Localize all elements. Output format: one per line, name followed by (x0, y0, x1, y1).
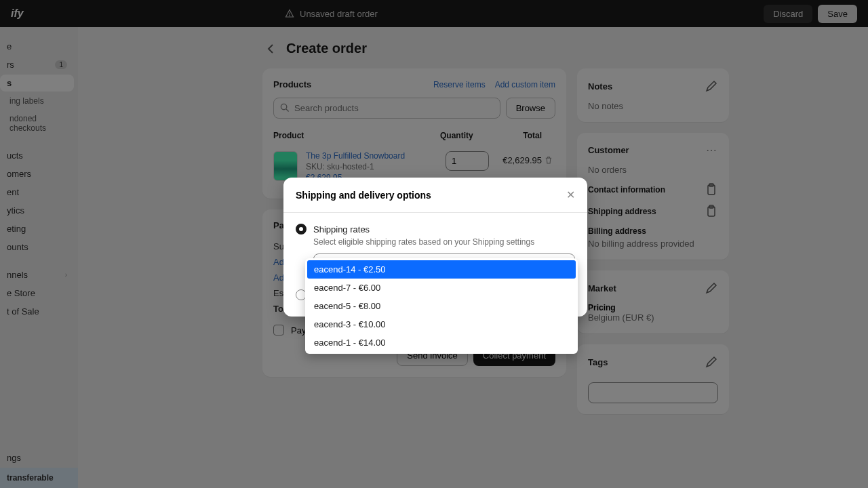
shipping-rates-label: Shipping rates (313, 224, 370, 235)
shipping-rates-radio[interactable] (296, 224, 307, 235)
dropdown-option[interactable]: eacend-14 - €2.50 (307, 260, 576, 279)
dropdown-option[interactable]: eacend-7 - €6.00 (307, 279, 576, 297)
dropdown-option[interactable]: eacend-1 - €14.00 (307, 333, 576, 352)
rate-dropdown: eacend-14 - €2.50 eacend-7 - €6.00 eacen… (305, 258, 578, 354)
dropdown-option[interactable]: eacend-5 - €8.00 (307, 297, 576, 315)
modal-title: Shipping and delivery options (296, 190, 431, 201)
dropdown-option[interactable]: eacend-3 - €10.00 (307, 315, 576, 333)
close-icon[interactable]: ✕ (566, 188, 575, 201)
shipping-rates-desc: Select eligible shipping rates based on … (313, 237, 575, 247)
